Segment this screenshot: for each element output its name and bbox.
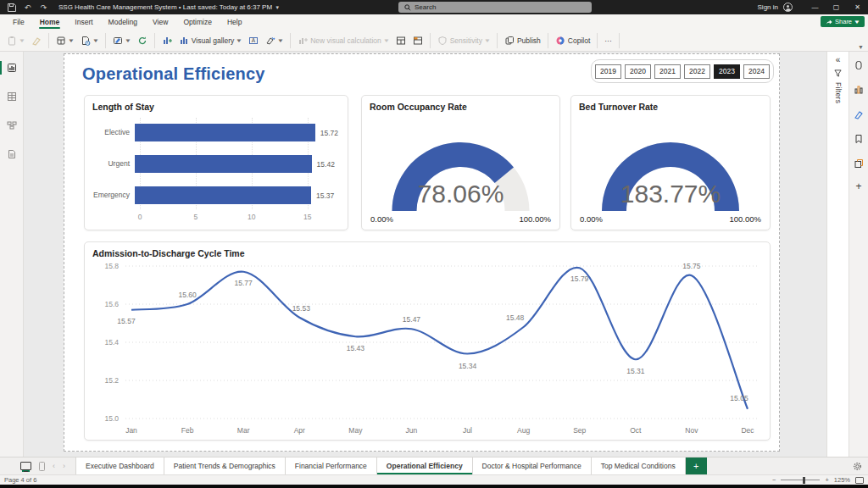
close-button[interactable]: ✕ [847,0,868,14]
new-visual-calculation-button: New visual calculation ▼ [298,36,389,46]
more-options-button[interactable]: ··· [604,36,612,45]
copilot-button[interactable]: Copilot [555,36,590,46]
bookmarks-pane-icon[interactable] [854,132,864,147]
tab-doctor-hospital-performance[interactable]: Doctor & Hospital Performance [473,458,592,474]
bar[interactable] [135,124,315,141]
menu-optimize[interactable]: Optimize [175,14,220,30]
table-view-button[interactable] [3,89,21,104]
new-visual-button[interactable] [162,36,172,46]
format-painter-button [31,36,42,46]
redo-icon[interactable]: ↷ [39,3,48,12]
model-view-button[interactable] [3,118,21,133]
bar-row-emergency[interactable]: Emergency15.37 [92,182,330,208]
tab-scroll-left-icon[interactable]: ‹ [53,462,55,470]
data-point-label: 15.77 [235,279,253,287]
quick-measure-button[interactable] [413,36,423,46]
year-button-2023[interactable]: 2023 [714,64,740,79]
build-visual-pane-icon[interactable] [854,83,864,98]
bar[interactable] [135,186,311,204]
tab-patient-trends-demographics[interactable]: Patient Trends & Demographics [164,458,286,474]
titlebar: ↶ ↷ SSG Health Care Management System • … [0,0,868,14]
share-button[interactable]: Share ▼ [821,16,865,27]
add-pane-icon[interactable]: + [855,181,861,191]
dax-query-view-button[interactable] [3,147,21,162]
menu-view[interactable]: View [145,14,175,30]
zoom-out-button[interactable]: − [772,476,776,484]
mobile-layout-button[interactable] [39,462,45,471]
zoom-slider[interactable] [781,480,820,480]
fit-to-page-icon[interactable] [855,477,864,484]
chevron-down-icon: ▼ [854,19,860,25]
menu-help[interactable]: Help [220,14,249,30]
bar-value-label: 15.37 [316,191,334,200]
year-button-2019[interactable]: 2019 [595,64,621,79]
tab-executive-dashboard[interactable]: Executive Dashboard [75,458,164,474]
sign-in-button[interactable]: Sign in [758,3,778,11]
desktop-layout-button[interactable] [20,462,31,470]
menu-home[interactable]: Home [32,14,68,30]
tab-operational-efficiency[interactable]: Operational Efficiency [377,458,473,474]
bar-row-urgent[interactable]: Urgent15.42 [92,151,330,176]
publish-button[interactable]: Publish [504,36,541,46]
zoom-in-button[interactable]: + [825,476,828,484]
selection-pane-icon[interactable] [854,157,864,172]
zoom-slider-thumb[interactable] [803,477,805,484]
bar[interactable] [135,155,312,173]
format-pane-icon[interactable] [854,108,864,123]
line-series[interactable] [131,268,748,409]
new-page-button[interactable]: + [686,458,707,474]
bar-value-label: 15.72 [320,129,338,137]
year-button-2021[interactable]: 2021 [654,64,681,79]
get-data-button[interactable]: ▼ [56,36,74,46]
visual-gallery-button[interactable]: Visual gallery ▼ [179,36,242,46]
account-avatar[interactable] [783,3,793,12]
bar-x-axis: 051015 [140,213,330,223]
data-pane-icon[interactable] [854,58,864,74]
transform-data-button[interactable]: ▼ [113,36,131,46]
report-canvas[interactable]: Operational Efficiency 20192020202120222… [24,52,826,457]
year-button-2024[interactable]: 2024 [743,64,770,79]
tab-scroll-right-icon[interactable]: › [63,462,65,470]
expand-filters-icon[interactable]: « [836,56,841,64]
refresh-button[interactable] [137,36,147,46]
gauge-min-label: 0.00% [370,214,393,224]
more-visuals-button[interactable]: ▼ [265,36,283,46]
recent-sources-button[interactable]: ▼ [81,36,98,46]
x-tick-label: Jan [125,426,137,435]
length-of-stay-visual[interactable]: Length of Stay Elective15.72Urgent15.42E… [84,95,348,230]
search-input[interactable]: Search [398,2,592,13]
search-placeholder: Search [415,3,436,11]
report-page[interactable]: Operational Efficiency 20192020202120222… [64,53,780,452]
bed-turnover-visual[interactable]: Bed Turnover Rate 183.77% 0.00% 100.00% [570,95,771,230]
y-tick-label: 15.0 [104,414,119,423]
text-box-button[interactable]: A [248,36,259,46]
minimize-button[interactable]: — [804,0,826,14]
save-icon[interactable] [7,3,16,12]
room-occupancy-visual[interactable]: Room Occupancy Rate 78.06% 0.00% 100.00% [361,95,560,230]
title-dropdown-icon[interactable]: ▼ [275,5,280,10]
gauge-max-label: 100.00% [519,214,551,224]
menu-file[interactable]: File [5,14,32,30]
page-tabs-bar: ‹ › Executive DashboardPatient Trends & … [0,457,868,474]
menu-modeling[interactable]: Modeling [101,14,146,30]
bar-track: 15.37 [135,186,330,204]
menu-insert[interactable]: Insert [67,14,100,30]
x-tick-label: Jul [463,426,472,435]
tab-financial-performance[interactable]: Financial Performance [286,458,377,474]
undo-icon[interactable]: ↶ [23,3,32,12]
year-button-2020[interactable]: 2020 [625,64,651,79]
maximize-button[interactable]: ▢ [826,0,847,14]
gauge-max-label: 100.00% [729,214,761,224]
report-view-button[interactable] [3,60,21,75]
filters-pane-label[interactable]: Filters [834,82,843,103]
tab-top-medical-conditions[interactable]: Top Medical Conditions [592,458,686,474]
x-tick-label: Feb [181,426,194,435]
bar-row-elective[interactable]: Elective15.72 [92,119,330,145]
year-button-2022[interactable]: 2022 [684,64,710,79]
cycle-time-visual[interactable]: Admission-to-Discharge Cycle Time 15.815… [84,241,771,441]
collapse-ribbon-icon[interactable]: ▼ [858,44,864,50]
y-tick-label: 15.2 [104,376,119,385]
data-point-label: 15.79 [570,274,589,283]
settings-gear-icon[interactable] [853,458,868,474]
new-measure-button[interactable] [396,36,406,46]
